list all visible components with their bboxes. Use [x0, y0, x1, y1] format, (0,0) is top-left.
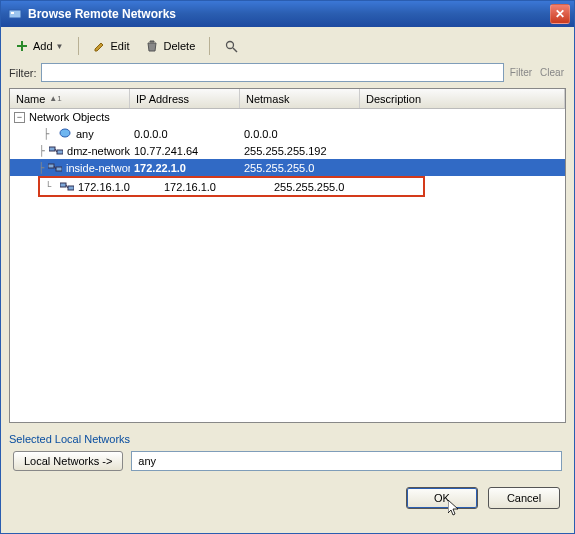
toolbar-separator — [209, 37, 210, 55]
filter-input[interactable] — [41, 63, 504, 82]
tree-line: ├ — [38, 128, 54, 139]
group-label: Network Objects — [29, 111, 110, 123]
toolbar-separator — [78, 37, 79, 55]
svg-rect-0 — [9, 10, 21, 18]
table-row[interactable]: ├inside-network172.22.1.0255.255.255.0 — [10, 159, 565, 176]
row-name: dmz-network — [67, 145, 130, 157]
table-body: − Network Objects ├any0.0.0.00.0.0.0├dmz… — [10, 109, 565, 197]
filter-clear-link: Clear — [538, 67, 566, 78]
col-header-ip[interactable]: IP Address — [130, 89, 240, 108]
trash-icon — [145, 39, 159, 53]
row-netmask: 255.255.255.0 — [240, 162, 360, 174]
collapse-icon[interactable]: − — [14, 112, 25, 123]
local-networks-button[interactable]: Local Networks -> — [13, 451, 123, 471]
tree-line: ├ — [38, 162, 44, 173]
network-table: Name ▲1 IP Address Netmask Description −… — [9, 88, 566, 423]
table-row[interactable]: ├any0.0.0.00.0.0.0 — [10, 125, 565, 142]
table-header: Name ▲1 IP Address Netmask Description — [10, 89, 565, 109]
any-icon — [58, 128, 72, 140]
cancel-button[interactable]: Cancel — [488, 487, 560, 509]
col-header-name[interactable]: Name ▲1 — [10, 89, 130, 108]
find-button[interactable] — [218, 37, 248, 55]
pencil-icon — [93, 39, 107, 53]
net-icon — [49, 145, 63, 157]
svg-line-3 — [233, 48, 237, 52]
close-button[interactable]: ✕ — [550, 4, 570, 24]
svg-rect-11 — [60, 183, 66, 187]
row-netmask: 255.255.255.192 — [240, 145, 360, 157]
net-icon — [48, 162, 62, 174]
edit-button[interactable]: Edit — [87, 37, 136, 55]
svg-rect-6 — [57, 150, 63, 154]
dialog-buttons: OK Cancel — [9, 487, 566, 509]
close-icon: ✕ — [555, 7, 565, 21]
app-icon — [7, 6, 23, 22]
row-ip: 172.16.1.0 — [160, 181, 270, 193]
add-label: Add — [33, 40, 53, 52]
row-name: any — [76, 128, 94, 140]
delete-label: Delete — [163, 40, 195, 52]
net-icon — [60, 181, 74, 193]
svg-rect-12 — [68, 186, 74, 190]
tree-line: └ — [40, 181, 56, 192]
edit-label: Edit — [111, 40, 130, 52]
col-header-netmask[interactable]: Netmask — [240, 89, 360, 108]
highlighted-row: └172.16.1.0172.16.1.0255.255.255.0 — [38, 176, 425, 197]
sort-indicator: ▲1 — [49, 94, 61, 103]
add-button[interactable]: Add ▼ — [9, 37, 70, 55]
tree-line: ├ — [38, 145, 45, 156]
group-row-network-objects[interactable]: − Network Objects — [10, 109, 565, 125]
table-row[interactable]: └172.16.1.0172.16.1.0255.255.255.0 — [40, 178, 423, 195]
delete-button[interactable]: Delete — [139, 37, 201, 55]
dropdown-caret-icon: ▼ — [56, 42, 64, 51]
filter-label: Filter: — [9, 67, 37, 79]
row-netmask: 255.255.255.0 — [270, 181, 390, 193]
row-netmask: 0.0.0.0 — [240, 128, 360, 140]
title-bar: Browse Remote Networks ✕ — [1, 1, 574, 27]
svg-point-4 — [60, 129, 70, 137]
toolbar: Add ▼ Edit Delete — [9, 33, 566, 63]
ok-button[interactable]: OK — [406, 487, 478, 509]
filter-row: Filter: Filter Clear — [9, 63, 566, 82]
selected-networks-label: Selected Local Networks — [9, 433, 566, 445]
selected-networks-section: Selected Local Networks Local Networks -… — [9, 433, 566, 471]
row-ip: 172.22.1.0 — [130, 162, 240, 174]
row-ip: 0.0.0.0 — [130, 128, 240, 140]
svg-rect-9 — [56, 167, 62, 171]
col-header-description[interactable]: Description — [360, 89, 565, 108]
svg-rect-8 — [48, 164, 54, 168]
table-row[interactable]: ├dmz-network10.77.241.64255.255.255.192 — [10, 142, 565, 159]
filter-apply-link: Filter — [508, 67, 534, 78]
window-title: Browse Remote Networks — [28, 7, 550, 21]
svg-rect-1 — [11, 12, 14, 14]
selected-networks-input[interactable] — [131, 451, 562, 471]
svg-rect-5 — [49, 147, 55, 151]
plus-icon — [15, 39, 29, 53]
row-name: 172.16.1.0 — [78, 181, 130, 193]
svg-point-2 — [226, 41, 233, 48]
row-ip: 10.77.241.64 — [130, 145, 240, 157]
magnifier-icon — [224, 39, 238, 53]
row-name: inside-network — [66, 162, 130, 174]
